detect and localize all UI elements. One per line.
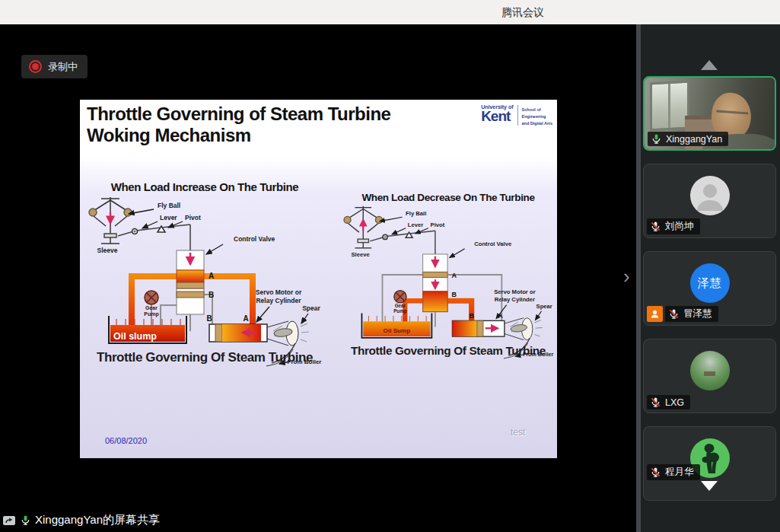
avatar-photo-detail <box>704 371 715 376</box>
name-chip: LXG <box>647 395 690 409</box>
pivot-label: Pivot <box>431 221 445 228</box>
participant-name: LXG <box>665 397 684 408</box>
lever-linkage <box>370 231 435 254</box>
fly-ball-arrow <box>129 209 154 214</box>
fly-ball-arrow <box>380 217 403 221</box>
servo-label1: Servo Motor or <box>494 288 535 295</box>
servo-arrow <box>256 307 269 322</box>
gear-pump <box>394 291 406 303</box>
participant-tile-xinggangyan[interactable]: XinggangYan <box>643 76 776 151</box>
sleeve-label: Sleeve <box>97 247 118 254</box>
kent-logo-school: School of Engineering and Digital Arts <box>522 104 552 126</box>
diagram-caption: Throttle Governing Of Steam Turbine <box>351 344 546 357</box>
control-valve-arrow <box>206 244 223 254</box>
lever-label: Lever <box>408 221 423 228</box>
participant-tile-maozehui[interactable]: 泽慧 冒泽慧 <box>643 251 776 326</box>
fly-ball-label: Fly Ball <box>158 202 180 209</box>
sleeve-label: Sleeve <box>352 251 370 258</box>
kent-school-line1: School of <box>522 107 552 113</box>
participant-tile-liushangkun[interactable]: 刘尚坤 <box>643 164 776 238</box>
spear-label: Spear <box>302 304 320 312</box>
mic-muted-icon <box>668 308 680 320</box>
valve-port-b-label: B <box>209 291 214 299</box>
mic-muted-icon <box>650 221 661 232</box>
gear-pump <box>145 291 158 304</box>
control-valve-label: Control Valve <box>474 241 511 247</box>
control-valve <box>423 254 447 312</box>
diagram-load-increase: When Load Increase On The Turbine Sleeve… <box>81 180 328 374</box>
servo-cylinder <box>452 320 504 336</box>
video-window <box>650 81 689 132</box>
participant-name: 刘尚坤 <box>665 220 694 233</box>
participant-name: 程月华 <box>665 466 694 479</box>
diagram-heading: When Load Decrease On The Turbine <box>361 192 535 203</box>
fly-ball-label: Fly Ball <box>406 210 426 217</box>
record-dot-icon <box>29 60 42 73</box>
participant-name: XinggangYan <box>666 134 722 145</box>
cylinder-b-label: B <box>469 312 474 320</box>
name-chip: XinggangYan <box>648 132 728 146</box>
mic-muted-icon <box>650 397 661 408</box>
name-chip: 冒泽慧 <box>665 306 718 322</box>
gear-pump-label2: Pump <box>393 308 407 314</box>
name-chip: 程月华 <box>647 464 700 480</box>
control-valve <box>177 250 204 314</box>
scroll-up-icon[interactable] <box>701 60 718 70</box>
servo-label2: Relay Cylinder <box>256 297 301 304</box>
slide-title-line1: Throttle Governing of Steam Turbine <box>87 104 482 125</box>
gear-pump-label1: Gear <box>395 303 406 308</box>
gear-pump-label1: Gear <box>145 305 158 311</box>
oil-sump-label: Oil slump <box>113 331 157 342</box>
spear-arrow <box>535 311 541 320</box>
slide-title: Throttle Governing of Steam Turbine Woki… <box>87 104 482 146</box>
lever-arrow <box>142 221 158 228</box>
mic-muted-icon <box>650 467 661 478</box>
avatar: 泽慧 <box>690 263 730 303</box>
control-valve-arrow <box>450 249 465 258</box>
slide-title-line2: Woking Mechanism <box>87 125 482 146</box>
screen-share-icon <box>2 514 16 527</box>
flyball-governor <box>344 206 382 248</box>
oil-sump-tank <box>361 313 431 337</box>
servo-cylinder <box>209 324 267 342</box>
flyball-governor <box>89 197 132 244</box>
shared-slide: Throttle Governing of Steam Turbine Woki… <box>80 100 557 458</box>
recording-label: 录制中 <box>48 60 78 74</box>
kent-logo-left: University of Kent <box>481 104 513 126</box>
scroll-down-icon[interactable] <box>701 481 718 491</box>
kent-school-line2: Engineering <box>522 113 552 120</box>
avatar <box>690 176 730 215</box>
valve-port-b-label: B <box>452 291 457 298</box>
valve-port-a-label: A <box>452 272 457 279</box>
meeting-window: 腾讯会议 录制中 Throttle Governing of Steam Tur… <box>0 0 780 532</box>
mic-on-icon <box>20 514 31 526</box>
servo-label2: Relay Cylinder <box>495 296 535 303</box>
person-silhouette-icon <box>690 176 730 215</box>
lever-arrow <box>392 228 406 234</box>
control-valve-label: Control Valve <box>234 235 275 243</box>
participant-tile-lxg[interactable]: LXG <box>643 339 776 413</box>
member-badge-icon <box>647 306 663 322</box>
gear-pump-label2: Pump <box>144 311 158 317</box>
valve-port-a-label: A <box>209 272 214 280</box>
spear-label: Spear <box>536 303 552 310</box>
participants-sidebar: XinggangYan <box>641 24 780 532</box>
lever-linkage <box>118 225 190 250</box>
diagram-load-decrease: When Load Decrease On The Turbine Sleeve… <box>337 191 559 365</box>
pivot-label: Pivot <box>185 214 201 221</box>
diagram-heading: When Load Increase On The Turbine <box>111 180 299 193</box>
avatar <box>690 351 730 390</box>
name-chip: 刘尚坤 <box>647 218 700 234</box>
kent-school-line3: and Digital Arts <box>522 120 552 127</box>
mic-on-icon <box>651 133 662 145</box>
university-of-kent-logo: University of Kent School of Engineering… <box>481 104 552 126</box>
person-icon <box>650 309 660 319</box>
slide-date: 06/08/2020 <box>105 436 147 445</box>
oil-sump-label: Oil Sump <box>384 327 411 334</box>
servo-label1: Servo Motor or <box>256 288 302 296</box>
recording-indicator[interactable]: 录制中 <box>21 55 88 78</box>
screen-share-status: XinggangYan的屏幕共享 <box>2 513 160 527</box>
lever-label: Lever <box>160 214 177 221</box>
chevron-right-icon[interactable]: › <box>623 266 630 286</box>
diagram-caption: Throttle Governing Of Steam Turbine <box>97 350 313 365</box>
